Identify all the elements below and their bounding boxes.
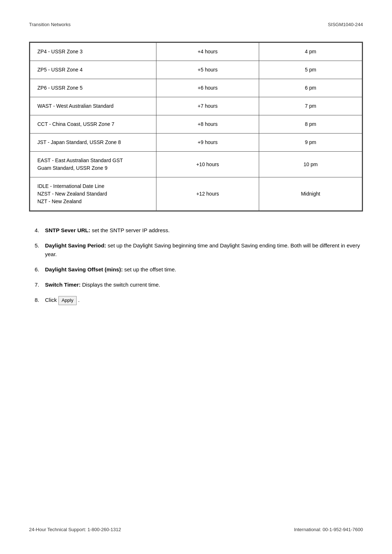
timezone-cell: IDLE - International Date LineNZST - New… <box>30 177 156 211</box>
offset-cell: +12 hours <box>156 177 259 211</box>
table-row: ZP4 - USSR Zone 3+4 hours4 pm <box>30 43 362 61</box>
list-item: 5.Daylight Saving Period: set up the Day… <box>29 241 363 259</box>
timezone-cell: JST - Japan Standard, USSR Zone 8 <box>30 134 156 152</box>
instructions-section: 4.SNTP Sever URL: set the SNTP server IP… <box>29 226 363 305</box>
instruction-content: Click Apply . <box>45 296 363 305</box>
time-cell: 7 pm <box>259 97 362 115</box>
table-row: WAST - West Australian Standard+7 hours7… <box>30 97 362 115</box>
instruction-bold: SNTP Sever URL: <box>45 227 90 233</box>
instruction-content: Daylight Saving Offset (mins): set up th… <box>45 265 363 274</box>
instruction-bold: Daylight Saving Offset (mins): <box>45 266 123 272</box>
offset-cell: +7 hours <box>156 97 259 115</box>
footer-support: 24-Hour Technical Support: 1-800-260-131… <box>29 527 121 532</box>
instruction-number: 5. <box>29 241 39 250</box>
timezone-cell: ZP4 - USSR Zone 3 <box>30 43 156 61</box>
table-row: CCT - China Coast, USSR Zone 7+8 hours8 … <box>30 115 362 134</box>
header-doc-id: SISGM1040-244 <box>328 22 363 27</box>
instruction-number: 4. <box>29 226 39 235</box>
instruction-bold: Switch Timer: <box>45 282 81 288</box>
timezone-table-container: ZP4 - USSR Zone 3+4 hours4 pmZP5 - USSR … <box>29 42 363 212</box>
timezone-cell: ZP6 - USSR Zone 5 <box>30 79 156 97</box>
instruction-content: Switch Timer: Displays the switch curren… <box>45 280 363 289</box>
offset-cell: +10 hours <box>156 152 259 177</box>
list-item: 4.SNTP Sever URL: set the SNTP server IP… <box>29 226 363 235</box>
time-cell: 5 pm <box>259 61 362 79</box>
instruction-content: Daylight Saving Period: set up the Dayli… <box>45 241 363 259</box>
time-cell: 6 pm <box>259 79 362 97</box>
list-item: 7.Switch Timer: Displays the switch curr… <box>29 280 363 289</box>
time-cell: 4 pm <box>259 43 362 61</box>
timezone-cell: ZP5 - USSR Zone 4 <box>30 61 156 79</box>
timezone-cell: EAST - East Australian Standard GSTGuam … <box>30 152 156 177</box>
offset-cell: +6 hours <box>156 79 259 97</box>
footer-international: International: 00-1-952-941-7600 <box>294 527 363 532</box>
page-footer: 24-Hour Technical Support: 1-800-260-131… <box>29 527 363 532</box>
offset-cell: +8 hours <box>156 115 259 134</box>
instruction-content: SNTP Sever URL: set the SNTP server IP a… <box>45 226 363 235</box>
timezone-cell: CCT - China Coast, USSR Zone 7 <box>30 115 156 134</box>
offset-cell: +9 hours <box>156 134 259 152</box>
time-cell: 9 pm <box>259 134 362 152</box>
apply-button[interactable]: Apply <box>58 296 77 305</box>
table-row: ZP5 - USSR Zone 4+5 hours5 pm <box>30 61 362 79</box>
page-header: Transition Networks SISGM1040-244 <box>29 22 363 27</box>
instructions-list: 4.SNTP Sever URL: set the SNTP server IP… <box>29 226 363 305</box>
header-company: Transition Networks <box>29 22 70 27</box>
table-row: JST - Japan Standard, USSR Zone 8+9 hour… <box>30 134 362 152</box>
time-cell: 10 pm <box>259 152 362 177</box>
time-cell: Midnight <box>259 177 362 211</box>
table-row: ZP6 - USSR Zone 5+6 hours6 pm <box>30 79 362 97</box>
timezone-table: ZP4 - USSR Zone 3+4 hours4 pmZP5 - USSR … <box>30 42 362 211</box>
instruction-number: 8. <box>29 296 39 304</box>
offset-cell: +5 hours <box>156 61 259 79</box>
list-item: 8.Click Apply . <box>29 296 363 305</box>
table-row: IDLE - International Date LineNZST - New… <box>30 177 362 211</box>
offset-cell: +4 hours <box>156 43 259 61</box>
timezone-cell: WAST - West Australian Standard <box>30 97 156 115</box>
instruction-number: 6. <box>29 265 39 274</box>
time-cell: 8 pm <box>259 115 362 134</box>
table-row: EAST - East Australian Standard GSTGuam … <box>30 152 362 177</box>
instruction-bold: Daylight Saving Period: <box>45 242 106 249</box>
list-item: 6.Daylight Saving Offset (mins): set up … <box>29 265 363 274</box>
instruction-number: 7. <box>29 280 39 289</box>
